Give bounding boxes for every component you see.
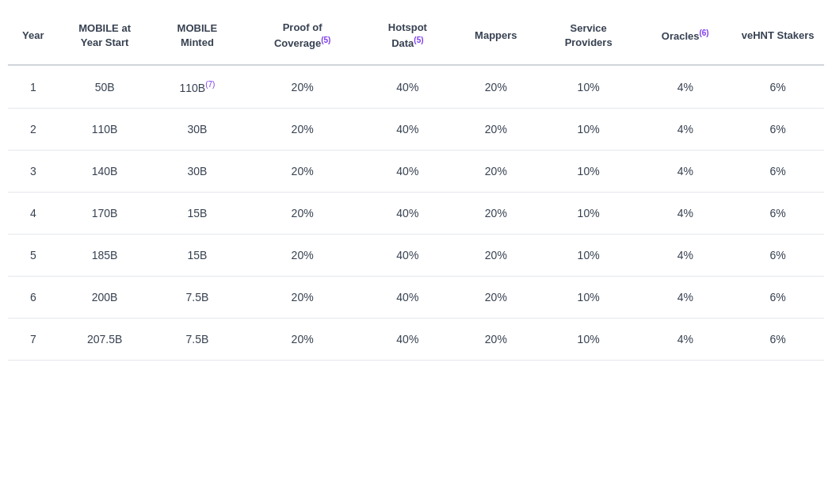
table-cell: 40% bbox=[361, 65, 454, 109]
table-cell: 6% bbox=[731, 193, 824, 235]
table-cell: 30B bbox=[151, 151, 244, 193]
table-cell: 20% bbox=[454, 109, 538, 151]
table-cell: 1 bbox=[8, 65, 59, 109]
header-row: Year MOBILE at Year Start MOBILE Minted … bbox=[8, 8, 824, 65]
table-cell: 20% bbox=[243, 193, 361, 235]
table-cell: 20% bbox=[454, 151, 538, 193]
table-cell: 4% bbox=[639, 193, 731, 235]
table-cell: 10% bbox=[538, 65, 639, 109]
table-cell: 15B bbox=[151, 235, 244, 277]
table-row: 150B110B(7)20%40%20%10%4%6% bbox=[8, 65, 824, 109]
table-cell: 40% bbox=[361, 109, 454, 151]
table-cell: 4% bbox=[639, 65, 731, 109]
table-cell: 110B bbox=[59, 109, 151, 151]
header-oracles: Oracles(6) bbox=[639, 8, 731, 65]
table-cell: 20% bbox=[243, 65, 361, 109]
table-cell: 40% bbox=[361, 235, 454, 277]
table-cell: 4% bbox=[639, 151, 731, 193]
table-container: Year MOBILE at Year Start MOBILE Minted … bbox=[8, 8, 824, 361]
table-cell: 4% bbox=[639, 235, 731, 277]
table-cell: 6% bbox=[731, 151, 824, 193]
table-cell: 6 bbox=[8, 277, 59, 319]
table-cell: 15B bbox=[151, 193, 244, 235]
table-cell: 20% bbox=[454, 277, 538, 319]
table-cell: 170B bbox=[59, 193, 151, 235]
table-cell: 40% bbox=[361, 319, 454, 361]
table-cell: 4 bbox=[8, 193, 59, 235]
table-cell: 4% bbox=[639, 277, 731, 319]
header-mobile-minted: MOBILE Minted bbox=[151, 8, 244, 65]
table-row: 6200B7.5B20%40%20%10%4%6% bbox=[8, 277, 824, 319]
table-cell: 6% bbox=[731, 235, 824, 277]
table-cell: 20% bbox=[454, 319, 538, 361]
table-cell: 40% bbox=[361, 193, 454, 235]
table-cell: 7.5B bbox=[151, 277, 244, 319]
table-cell: 30B bbox=[151, 109, 244, 151]
table-cell: 20% bbox=[454, 235, 538, 277]
table-cell: 50B bbox=[59, 65, 151, 109]
header-vehnt-stakers: veHNT Stakers bbox=[731, 8, 824, 65]
table-cell: 110B(7) bbox=[151, 65, 244, 109]
table-cell: 10% bbox=[538, 319, 639, 361]
table-cell: 10% bbox=[538, 193, 639, 235]
table-cell: 7 bbox=[8, 319, 59, 361]
table-cell: 10% bbox=[538, 151, 639, 193]
table-cell: 5 bbox=[8, 235, 59, 277]
table-row: 3140B30B20%40%20%10%4%6% bbox=[8, 151, 824, 193]
table-cell: 3 bbox=[8, 151, 59, 193]
table-cell: 10% bbox=[538, 277, 639, 319]
header-mobile-start: MOBILE at Year Start bbox=[59, 8, 151, 65]
table-cell: 4% bbox=[639, 319, 731, 361]
table-cell: 7.5B bbox=[151, 319, 244, 361]
table-cell: 4% bbox=[639, 109, 731, 151]
table-cell: 20% bbox=[243, 277, 361, 319]
table-row: 4170B15B20%40%20%10%4%6% bbox=[8, 193, 824, 235]
header-hotspot-data: Hotspot Data(5) bbox=[361, 8, 454, 65]
header-proof-coverage: Proof of Coverage(5) bbox=[243, 8, 361, 65]
header-mappers: Mappers bbox=[454, 8, 538, 65]
table-cell: 200B bbox=[59, 277, 151, 319]
header-year: Year bbox=[8, 8, 59, 65]
table-cell: 20% bbox=[243, 319, 361, 361]
table-row: 5185B15B20%40%20%10%4%6% bbox=[8, 235, 824, 277]
table-cell: 6% bbox=[731, 109, 824, 151]
table-cell: 10% bbox=[538, 109, 639, 151]
data-table: Year MOBILE at Year Start MOBILE Minted … bbox=[8, 8, 824, 361]
table-cell: 10% bbox=[538, 235, 639, 277]
table-cell: 2 bbox=[8, 109, 59, 151]
table-cell: 20% bbox=[454, 193, 538, 235]
table-body: 150B110B(7)20%40%20%10%4%6%2110B30B20%40… bbox=[8, 65, 824, 361]
table-cell: 6% bbox=[731, 277, 824, 319]
table-cell: 20% bbox=[243, 151, 361, 193]
table-cell: 20% bbox=[243, 109, 361, 151]
table-cell: 207.5B bbox=[59, 319, 151, 361]
table-cell: 20% bbox=[454, 65, 538, 109]
table-cell: 40% bbox=[361, 277, 454, 319]
table-row: 7207.5B7.5B20%40%20%10%4%6% bbox=[8, 319, 824, 361]
table-cell: 6% bbox=[731, 319, 824, 361]
table-cell: 40% bbox=[361, 151, 454, 193]
table-cell: 140B bbox=[59, 151, 151, 193]
header-service-providers: Service Providers bbox=[538, 8, 639, 65]
table-cell: 185B bbox=[59, 235, 151, 277]
table-cell: 20% bbox=[243, 235, 361, 277]
table-row: 2110B30B20%40%20%10%4%6% bbox=[8, 109, 824, 151]
table-cell: 6% bbox=[731, 65, 824, 109]
